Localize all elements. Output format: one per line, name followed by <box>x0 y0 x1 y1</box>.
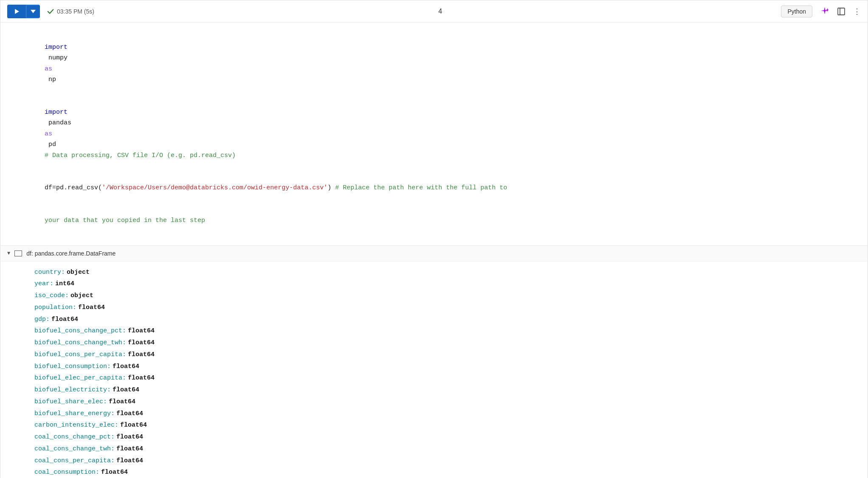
field-type: float64 <box>128 349 155 361</box>
field-name: year: <box>34 278 54 290</box>
keyword-as-1: as <box>45 65 52 73</box>
field-row: coal_cons_per_capita: float64 <box>34 455 834 467</box>
collapse-arrow-icon[interactable]: ▼ <box>7 250 10 256</box>
field-row: population: float64 <box>34 302 834 314</box>
field-row: coal_cons_change_twh: float64 <box>34 443 834 455</box>
field-name: biofuel_electricity: <box>34 384 111 396</box>
field-row: year: int64 <box>34 278 834 290</box>
run-btn-group[interactable] <box>7 5 40 18</box>
field-row: biofuel_cons_change_twh: float64 <box>34 337 834 349</box>
notebook-cell: 03:35 PM (5s) 4 Python ⋮ import numpy as <box>0 0 868 478</box>
field-type: float64 <box>128 337 155 349</box>
expand-icon[interactable] <box>837 7 845 16</box>
comment-line-3: # Replace the path here with the full pa… <box>335 184 507 191</box>
field-row: biofuel_share_elec: float64 <box>34 396 834 408</box>
field-name: country: <box>34 267 65 278</box>
field-type: float64 <box>128 372 155 384</box>
field-name: carbon_intensity_elec: <box>34 419 118 431</box>
run-button[interactable] <box>7 5 26 18</box>
field-name: biofuel_share_elec: <box>34 396 107 408</box>
field-row: biofuel_electricity: float64 <box>34 384 834 396</box>
field-type: float64 <box>116 455 143 467</box>
sparkle-icon[interactable] <box>820 7 829 16</box>
field-type: float64 <box>51 314 78 326</box>
field-name: coal_consumption: <box>34 467 99 478</box>
svg-rect-2 <box>838 8 845 15</box>
field-type: float64 <box>101 467 128 478</box>
field-row: biofuel_cons_change_pct: float64 <box>34 325 834 337</box>
string-path: '/Workspace/Users/demo@databricks.com/ow… <box>102 184 327 191</box>
code-line-2: import pandas as pd # Data processing, C… <box>22 96 851 172</box>
field-name: biofuel_cons_change_twh: <box>34 337 126 349</box>
checkmark-icon <box>47 8 54 15</box>
field-type: int64 <box>55 278 74 290</box>
field-row: country: object <box>34 267 834 278</box>
field-type: float64 <box>128 325 155 337</box>
output-header[interactable]: ▼ df: pandas.core.frame.DataFrame <box>0 246 868 261</box>
field-type: float64 <box>78 302 105 314</box>
field-name: biofuel_share_energy: <box>34 408 115 420</box>
field-name: coal_cons_change_pct: <box>34 431 115 443</box>
field-row: iso_code: object <box>34 290 834 302</box>
field-name: biofuel_elec_per_capita: <box>34 372 126 384</box>
field-name: biofuel_cons_change_pct: <box>34 325 126 337</box>
field-type: float64 <box>113 384 139 396</box>
field-type: float64 <box>113 361 139 373</box>
field-type: object <box>67 267 90 278</box>
code-line-4: your data that you copied in the last st… <box>22 204 851 237</box>
field-name: coal_cons_change_twh: <box>34 443 115 455</box>
field-row: coal_consumption: float64 <box>34 467 834 478</box>
field-type: float64 <box>116 431 143 443</box>
df-fields: country: objectyear: int64iso_code: obje… <box>0 261 868 478</box>
output-header-label: df: pandas.core.frame.DataFrame <box>26 250 116 257</box>
keyword-as-2: as <box>45 130 52 138</box>
run-dropdown-button[interactable] <box>26 6 40 17</box>
field-row: biofuel_cons_per_capita: float64 <box>34 349 834 361</box>
more-options-icon[interactable]: ⋮ <box>853 7 861 16</box>
comment-line-4: your data that you copied in the last st… <box>45 217 205 224</box>
field-row: gdp: float64 <box>34 314 834 326</box>
field-name: biofuel_consumption: <box>34 361 111 373</box>
status-check: 03:35 PM (5s) <box>47 8 94 15</box>
field-row: coal_cons_change_pct: float64 <box>34 431 834 443</box>
cell-toolbar: 03:35 PM (5s) 4 Python ⋮ <box>0 0 868 22</box>
keyword-import-1: import <box>45 44 68 51</box>
field-name: coal_cons_per_capita: <box>34 455 115 467</box>
field-row: biofuel_share_energy: float64 <box>34 408 834 420</box>
field-name: gdp: <box>34 314 50 326</box>
field-row: carbon_intensity_elec: float64 <box>34 419 834 431</box>
field-type: float64 <box>116 443 143 455</box>
status-time: 03:35 PM (5s) <box>57 8 94 15</box>
svg-marker-1 <box>31 10 36 13</box>
code-area[interactable]: import numpy as np import pandas as pd #… <box>0 22 868 246</box>
field-type: float64 <box>109 396 135 408</box>
field-row: biofuel_consumption: float64 <box>34 361 834 373</box>
field-type: object <box>70 290 93 302</box>
svg-marker-0 <box>15 9 19 14</box>
code-line-1: import numpy as np <box>22 31 851 96</box>
comment-line-2: # Data processing, CSV file I/O (e.g. pd… <box>45 152 236 159</box>
cell-number: 4 <box>99 8 781 15</box>
field-name: population: <box>34 302 76 314</box>
python-badge[interactable]: Python <box>781 6 812 17</box>
output-area: ▼ df: pandas.core.frame.DataFrame countr… <box>0 246 868 478</box>
field-row: biofuel_elec_per_capita: float64 <box>34 372 834 384</box>
table-icon <box>14 250 22 256</box>
field-name: biofuel_cons_per_capita: <box>34 349 126 361</box>
field-name: iso_code: <box>34 290 69 302</box>
keyword-import-2: import <box>45 109 68 116</box>
field-type: float64 <box>116 408 143 420</box>
toolbar-right: Python ⋮ <box>781 6 861 17</box>
field-type: float64 <box>120 419 147 431</box>
code-line-3: df=pd.read_csv('/Workspace/Users/demo@da… <box>22 172 851 205</box>
